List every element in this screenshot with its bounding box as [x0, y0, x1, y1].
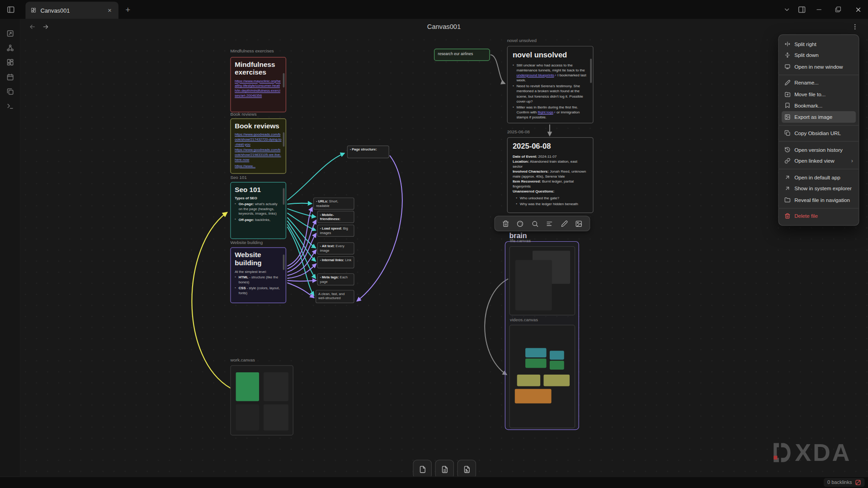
scrollbar-thumb[interactable]	[283, 254, 285, 270]
backlinks-count: 0 backlinks	[827, 480, 852, 485]
node-alt-text[interactable]: Alt text: Every image	[317, 242, 354, 254]
palette-icon	[517, 220, 524, 227]
node-load-speed[interactable]: Load speed: Big images	[317, 225, 354, 237]
canvas-dot-grid[interactable]	[20, 34, 868, 476]
node-internal-links[interactable]: Internal links: Link	[317, 256, 354, 268]
menu-item-open-new-window[interactable]: Open in new window	[782, 61, 856, 72]
align-button[interactable]	[544, 218, 555, 229]
tab-list-button[interactable]	[782, 5, 792, 14]
view-header: Canvas001	[20, 19, 868, 34]
tab-canvas001[interactable]: Canvas001 ×	[25, 2, 118, 19]
flight-logs-link[interactable]: flight logs	[538, 110, 553, 114]
node-clean-fast[interactable]: A clean, fast, and well-structured	[316, 290, 354, 303]
menu-item-copy-obsidian-url[interactable]: Copy Obsidian URL	[782, 127, 856, 139]
menu-item-rename[interactable]: Rename...	[782, 77, 856, 89]
scrollbar-thumb[interactable]	[283, 73, 285, 88]
navigate-back-button[interactable]	[27, 21, 38, 32]
insert-template-button[interactable]	[5, 86, 15, 97]
add-media-button[interactable]	[457, 460, 476, 479]
node-title: Website building	[235, 251, 282, 267]
node-event-2025-06-08[interactable]: 2025-06-08 Date of Event: 2024-11-07 Loc…	[507, 137, 594, 213]
scrollbar-thumb[interactable]	[283, 188, 285, 205]
node-work-canvas[interactable]	[230, 365, 293, 436]
image-icon	[784, 114, 790, 120]
color-node-button[interactable]	[514, 218, 525, 229]
menu-item-open-default-app[interactable]: Open in default app	[782, 172, 856, 183]
seo-bullet: Off-page: backlinks,	[235, 217, 282, 222]
menu-item-split-right[interactable]: Split right	[782, 38, 856, 49]
graph-icon	[6, 43, 14, 52]
file-image-icon	[462, 465, 471, 473]
goodreads-link-2[interactable]: https://www.goodreads.com/book/show/2198…	[235, 148, 282, 162]
menu-item-export-as-image[interactable]: Export as image	[782, 111, 856, 122]
menu-item-bookmark[interactable]: Bookmark...	[782, 100, 856, 111]
scrollbar-thumb[interactable]	[590, 59, 592, 83]
node-seo-101[interactable]: Seo 101 Types of SEO On-page: what's act…	[230, 182, 286, 239]
status-bar: 0 backlinks	[0, 476, 868, 488]
add-note-button[interactable]	[435, 460, 454, 479]
menu-item-open-version-history[interactable]: Open version history	[782, 144, 856, 155]
zoom-to-selection-button[interactable]	[529, 218, 540, 229]
node-book-reviews[interactable]: Book reviews https://www.goodreads.com/b…	[230, 118, 286, 174]
tab-close-button[interactable]: ×	[106, 6, 113, 14]
close-window-button[interactable]	[853, 5, 863, 14]
tab-title: Canvas001	[40, 7, 70, 14]
node-label-mindfulness: Mindfulness exercises	[230, 49, 274, 54]
novel-bullet: Miller was in Berlin during the first fi…	[513, 105, 588, 120]
scrollbar-thumb[interactable]	[283, 132, 285, 147]
node-page-structure[interactable]: Page structure:	[347, 145, 389, 158]
command-palette-button[interactable]	[5, 100, 15, 111]
backlinks-status[interactable]: 0 backlinks	[824, 478, 865, 487]
toggle-left-sidebar-button[interactable]	[5, 5, 15, 14]
context-menu: Split right Split down Open in new windo…	[778, 34, 859, 226]
node-label-work-canvas: work.canvas	[230, 357, 255, 362]
goodreads-link-3[interactable]: https://www...	[235, 164, 282, 169]
more-options-button[interactable]	[849, 21, 860, 32]
daily-note-button[interactable]	[5, 71, 15, 82]
node-title: 2025-06-08	[513, 142, 588, 151]
menu-item-delete-file[interactable]: Delete file	[782, 211, 856, 222]
menu-item-move-file[interactable]: Move file to...	[782, 89, 856, 100]
graph-view-button[interactable]	[5, 42, 15, 53]
mayoclinic-link[interactable]: https://www.mayoclinic.org/healthy-lifes…	[235, 79, 281, 97]
export-node-image-button[interactable]	[573, 218, 584, 229]
panel-left-icon	[6, 5, 14, 14]
preview-rect	[525, 358, 547, 368]
delete-node-button[interactable]	[500, 218, 511, 229]
quick-switcher-button[interactable]	[5, 28, 15, 38]
new-canvas-button[interactable]	[5, 56, 15, 67]
menu-separator	[779, 208, 859, 208]
align-left-icon	[546, 220, 553, 227]
preview-rect	[517, 375, 540, 386]
menu-item-open-linked-view[interactable]: Open linked view›	[782, 155, 856, 166]
edit-node-button[interactable]	[559, 218, 570, 229]
goodreads-link-1[interactable]: https://www.goodreads.com/book/show/2174…	[235, 132, 282, 147]
node-research-airlines[interactable]: research eur airlines	[434, 49, 490, 61]
node-meta-tags[interactable]: Meta tags: Each page	[317, 273, 354, 286]
node-life-canvas[interactable]	[509, 246, 576, 315]
website-bullet: HTML - structure (like the bones)	[235, 275, 282, 285]
add-card-button[interactable]	[413, 460, 432, 479]
menu-item-reveal-in-navigation[interactable]: Reveal file in navigation	[782, 194, 856, 206]
monitor-icon	[784, 64, 790, 70]
toggle-right-sidebar-button[interactable]	[797, 5, 807, 14]
navigate-forward-button[interactable]	[40, 21, 51, 32]
menu-item-split-down[interactable]: Split down	[782, 50, 856, 61]
underground-blueprints-link[interactable]: underground blueprints	[516, 73, 554, 77]
node-mobile-friendliness[interactable]: Mobile-friendliness:	[317, 211, 354, 223]
node-website-building[interactable]: Website building At the simplest level: …	[230, 247, 286, 303]
node-mindfulness[interactable]: Mindfulness exercises https://www.mayocl…	[230, 57, 286, 112]
copy-icon	[784, 130, 790, 136]
preview-rect	[264, 372, 288, 401]
event-field: Involved Characters: Jonah Reed, unknown…	[513, 169, 588, 178]
node-urls[interactable]: URLs: Short, readable	[313, 197, 354, 210]
restore-button[interactable]	[833, 5, 843, 14]
minimize-button[interactable]	[814, 5, 824, 14]
new-tab-button[interactable]: +	[123, 5, 133, 14]
node-videos-canvas[interactable]	[509, 325, 576, 428]
xda-logo-icon	[769, 441, 792, 464]
menu-item-show-in-explorer[interactable]: Show in system explorer	[782, 183, 856, 194]
file-text-icon	[440, 465, 448, 473]
node-novel-unsolved[interactable]: novel unsolved Still unclear who had acc…	[507, 46, 594, 123]
terminal-icon	[6, 102, 14, 110]
